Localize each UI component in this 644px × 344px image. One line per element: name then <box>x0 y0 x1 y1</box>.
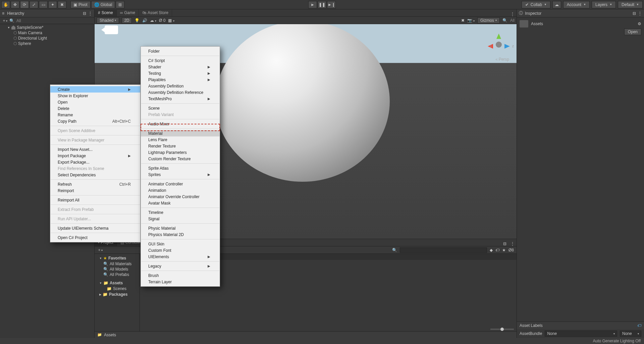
menu-item[interactable]: Brush <box>141 272 220 279</box>
menu-item[interactable]: Avatar Mask <box>141 200 220 206</box>
tab-scene[interactable]: # Scene <box>95 9 117 16</box>
project-hidden-icon[interactable]: Ø8 <box>508 248 514 252</box>
menu-item[interactable]: Material <box>141 130 220 136</box>
scene-camera-icon[interactable]: 📷 ▾ <box>467 18 475 23</box>
custom-tool[interactable]: ✖ <box>58 1 66 8</box>
gizmos-dropdown[interactable]: Gizmos ▾ <box>477 17 500 23</box>
scene-search[interactable]: All <box>510 18 515 23</box>
project-folder-tree[interactable]: ▼ ★ Favorites 🔍 All Materials 🔍 All Mode… <box>95 254 140 331</box>
menu-item[interactable]: UIElements▶ <box>141 253 220 260</box>
menu-item[interactable]: Create▶ <box>50 86 140 93</box>
menu-item[interactable]: Show in Explorer <box>50 93 140 99</box>
hierarchy-item[interactable]: ⬡ Sphere <box>0 41 94 46</box>
menu-item[interactable]: Terrain Layer <box>141 279 220 285</box>
pause-button[interactable]: ❚❚ <box>318 1 326 8</box>
menu-item[interactable]: Open C# Project <box>50 234 140 241</box>
menu-item[interactable]: Import New Asset... <box>50 146 140 153</box>
menu-item[interactable]: Reimport All <box>50 197 140 203</box>
asset-bundle-dropdown[interactable]: None▾ <box>545 331 617 337</box>
menu-item[interactable]: Shader▶ <box>141 64 220 70</box>
create-submenu[interactable]: FolderC# ScriptShader▶Testing▶Playables▶… <box>141 46 220 287</box>
pivot-toggle[interactable]: ▣ Pivot <box>70 1 91 8</box>
menu-item[interactable]: Animator Override Controller <box>141 193 220 200</box>
project-label-icon[interactable]: 🏷 <box>495 248 499 252</box>
menu-item[interactable]: Update UIElements Schema <box>50 225 140 231</box>
menu-item[interactable]: Export Package... <box>50 159 140 165</box>
open-asset-button[interactable]: Open <box>624 28 641 35</box>
hierarchy-item[interactable]: ⬡ Directional Light <box>0 36 94 41</box>
menu-item[interactable]: RefreshCtrl+R <box>50 181 140 187</box>
menu-item[interactable]: Open <box>50 99 140 105</box>
projection-label[interactable]: < Persp <box>495 57 509 62</box>
hierarchy-context-icon[interactable]: ⋮ <box>88 11 92 16</box>
project-star-icon[interactable]: ★ <box>502 248 506 252</box>
tab-context-icon[interactable]: ⋮ <box>508 12 517 16</box>
account-dropdown[interactable]: Account ▼ <box>563 1 590 8</box>
menu-item[interactable]: Testing▶ <box>141 70 220 76</box>
grid-toggle[interactable]: ▦ ▾ <box>168 18 174 23</box>
scene-tools-icon[interactable]: ✖ <box>461 18 465 23</box>
asset-size-slider-thumb[interactable] <box>500 328 504 331</box>
inspector-lock-icon[interactable]: ⊟ <box>633 11 636 16</box>
menu-item[interactable]: C# Script <box>141 57 220 64</box>
scene-sphere-object[interactable] <box>215 24 390 182</box>
inspector-context-icon[interactable]: ⋮ <box>638 11 642 16</box>
menu-item[interactable]: GUI Skin <box>141 241 220 247</box>
global-toggle[interactable]: 🌐 Global <box>91 1 115 8</box>
menu-item[interactable]: Select Dependencies <box>50 172 140 178</box>
layers-dropdown[interactable]: Layers ▼ <box>592 1 616 8</box>
mode-2d-toggle[interactable]: 2D <box>122 17 131 23</box>
audio-toggle[interactable]: 🔊 <box>142 18 147 23</box>
menu-item[interactable]: Delete <box>50 105 140 112</box>
menu-item[interactable]: Signal <box>141 216 220 222</box>
menu-item[interactable]: Custom Font <box>141 247 220 253</box>
menu-item[interactable]: Sprite Atlas <box>141 165 220 171</box>
project-create-button[interactable]: ＋▾ <box>97 247 103 253</box>
rect-tool[interactable]: ▭ <box>39 1 48 8</box>
menu-item[interactable]: Legacy▶ <box>141 263 220 269</box>
menu-item[interactable]: Assembly Definition Reference <box>141 89 220 96</box>
rotate-tool[interactable]: ⟳ <box>20 1 29 8</box>
menu-item[interactable]: TextMeshPro▶ <box>141 96 220 102</box>
layout-dropdown[interactable]: Default ▼ <box>618 1 643 8</box>
hand-tool[interactable]: ✋ <box>1 1 10 8</box>
lighting-toggle[interactable]: 💡 <box>135 18 140 23</box>
collab-dropdown[interactable]: ✔ Collab ▼ <box>522 1 550 8</box>
menu-item[interactable]: Lightmap Parameters <box>141 149 220 156</box>
scale-tool[interactable]: ⤢ <box>30 1 38 8</box>
transform-tool[interactable]: ✦ <box>48 1 57 8</box>
snap-toggle[interactable]: ⊞ <box>116 1 124 8</box>
tab-game[interactable]: ∞ Game <box>117 9 139 16</box>
tab-asset-store[interactable]: 🛍 Asset Store <box>139 9 172 16</box>
menu-item[interactable]: Copy PathAlt+Ctrl+C <box>50 118 140 124</box>
menu-item[interactable]: Assembly Definition <box>141 83 220 89</box>
menu-item[interactable]: Custom Render Texture <box>141 156 220 162</box>
project-lock-icon[interactable]: ⊟ <box>501 241 508 246</box>
menu-item[interactable]: Animation <box>141 187 220 193</box>
project-context-icon[interactable]: ⋮ <box>508 241 517 246</box>
inspector-settings-icon[interactable]: ⚙ <box>638 21 641 26</box>
asset-labels-add-icon[interactable]: 🏷 <box>637 323 641 328</box>
menu-item[interactable]: Import Package▶ <box>50 153 140 159</box>
menu-item[interactable]: Rename <box>50 112 140 118</box>
menu-item[interactable]: Folder <box>141 48 220 54</box>
menu-item[interactable]: Lens Flare <box>141 136 220 143</box>
move-tool[interactable]: ✥ <box>11 1 19 8</box>
menu-item[interactable]: Audio Mixer <box>141 121 220 127</box>
asset-bundle-variant-dropdown[interactable]: None▾ <box>620 331 641 337</box>
project-filter-icon[interactable]: ◆ <box>490 248 493 252</box>
menu-item[interactable]: Timeline <box>141 209 220 216</box>
cloud-button[interactable]: ☁ <box>552 1 561 8</box>
hierarchy-lock-icon[interactable]: ⊟ <box>83 11 86 16</box>
project-search[interactable] <box>400 247 487 253</box>
menu-item[interactable]: Physic Material <box>141 225 220 231</box>
hidden-objects[interactable]: Ø 0 <box>159 18 165 23</box>
menu-item[interactable]: Animator Controller <box>141 181 220 187</box>
hierarchy-scene[interactable]: ▼ SampleScene* <box>0 25 94 30</box>
draw-mode-dropdown[interactable]: Shaded ▾ <box>97 17 119 23</box>
menu-item[interactable]: Physics Material 2D <box>141 231 220 238</box>
menu-item[interactable]: Scene <box>141 105 220 111</box>
effects-toggle[interactable]: ☁ ▾ <box>150 18 156 23</box>
menu-item[interactable]: Sprites▶ <box>141 171 220 178</box>
menu-item[interactable]: Playables▶ <box>141 76 220 83</box>
